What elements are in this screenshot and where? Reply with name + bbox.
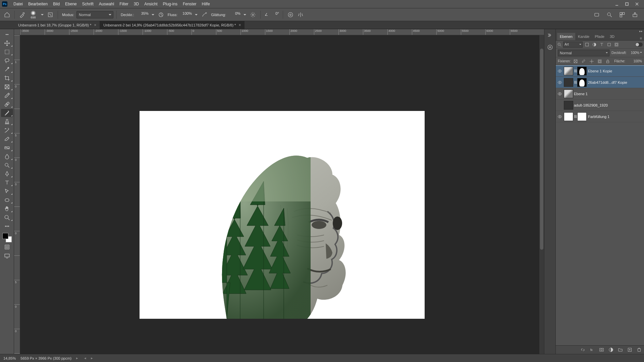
airbrush-toggle[interactable]	[200, 10, 209, 19]
menu-ansicht[interactable]: Ansicht	[142, 0, 160, 8]
lock-position-button[interactable]	[589, 58, 595, 64]
frame-tool[interactable]	[1, 83, 13, 91]
hand-tool[interactable]	[1, 205, 13, 213]
layer-opacity-value[interactable]: 100%	[629, 51, 642, 55]
smoothing-arrow[interactable]	[243, 11, 247, 18]
workspace-switcher[interactable]	[618, 10, 627, 19]
symmetry-toggle[interactable]	[296, 10, 305, 19]
flow-field[interactable]: 100%	[180, 11, 193, 18]
menu-plug-ins[interactable]: Plug-ins	[160, 0, 180, 8]
quickmask-toggle[interactable]	[1, 243, 13, 251]
layer-row[interactable]: Ebene 1	[556, 88, 644, 100]
gradient-tool[interactable]	[1, 144, 13, 152]
fill-value[interactable]: 100%	[629, 59, 642, 63]
flow-arrow[interactable]	[194, 11, 199, 18]
filter-smart-icon[interactable]	[613, 42, 620, 48]
menu-fenster[interactable]: Fenster	[180, 0, 199, 8]
brush-settings-toggle[interactable]	[46, 10, 55, 19]
layer-name[interactable]: Farbfüllung 1	[588, 115, 644, 119]
blend-mode-select[interactable]: Normal	[76, 11, 113, 18]
mask-link-icon[interactable]: ⛓	[574, 80, 577, 84]
lock-pixels-button[interactable]	[581, 58, 587, 64]
filter-adjust-icon[interactable]	[591, 42, 597, 48]
path-select-tool[interactable]	[1, 187, 13, 195]
new-adjustment-button[interactable]	[608, 347, 614, 353]
new-layer-button[interactable]	[627, 347, 633, 353]
panel-menu-button[interactable]: ≡	[638, 36, 644, 40]
delete-layer-button[interactable]	[636, 347, 642, 353]
zoom-level[interactable]: 14,85%	[3, 356, 16, 360]
home-button[interactable]	[3, 10, 11, 19]
layer-visibility-toggle[interactable]	[556, 80, 564, 85]
wand-tool[interactable]	[1, 65, 13, 73]
share-button[interactable]	[631, 10, 639, 19]
layer-thumbnail[interactable]	[564, 112, 573, 121]
layers-list[interactable]: ⛓Ebene 1 Kopie⛓26ab471dd8...df7 KopieEbe…	[556, 65, 644, 345]
layer-thumbnail[interactable]	[564, 89, 573, 98]
panel-tab-3d[interactable]: 3D	[607, 33, 617, 40]
status-info-arrow[interactable]: ▸	[76, 356, 78, 360]
layer-blend-select[interactable]: Normal	[558, 50, 609, 56]
brush-picker-arrow[interactable]	[40, 11, 45, 18]
smoothing-field[interactable]: 0%	[228, 11, 241, 18]
pen-tool[interactable]	[1, 170, 13, 178]
toolbox-grip[interactable]	[1, 31, 13, 39]
close-icon[interactable]: ×	[238, 23, 241, 27]
history-brush-tool[interactable]	[1, 126, 13, 134]
layer-thumbnail[interactable]	[564, 78, 573, 87]
panel-tab-kanäle[interactable]: Kanäle	[575, 33, 592, 40]
opacity-field[interactable]: 35%	[137, 11, 149, 18]
size-pressure-toggle[interactable]	[286, 10, 295, 19]
ruler-origin[interactable]	[14, 29, 20, 35]
document-tab[interactable]: Unbenannt-1 bei 18,7% (Gruppe 1, RGB/8) …	[15, 21, 100, 29]
healing-tool[interactable]	[1, 100, 13, 108]
vertical-scrollbar[interactable]	[539, 35, 544, 354]
brush-tool[interactable]	[1, 109, 13, 117]
screenmode-toggle[interactable]	[1, 252, 13, 260]
close-icon[interactable]: ×	[94, 23, 96, 27]
menu-3d[interactable]: 3D	[131, 0, 142, 8]
stamp-tool[interactable]	[1, 118, 13, 126]
layer-row[interactable]: ⛓Farbfüllung 1	[556, 111, 644, 122]
eyedropper-tool[interactable]	[1, 92, 13, 100]
eraser-tool[interactable]	[1, 135, 13, 143]
vertical-ruler[interactable]: 105000500100015002000	[14, 35, 20, 354]
filter-toggle[interactable]	[635, 43, 643, 47]
angle-field[interactable]: 0°	[270, 11, 280, 18]
document-tab[interactable]: Unbenannt-2 bei 14,9% (26ab471dd8dc52b95…	[100, 21, 245, 29]
lock-transparent-button[interactable]	[573, 58, 579, 64]
foreground-color-swatch[interactable]	[2, 233, 8, 239]
cloud-docs-button[interactable]	[592, 10, 601, 19]
filter-type-icon[interactable]	[599, 42, 605, 48]
panel-tab-pfade[interactable]: Pfade	[592, 33, 607, 40]
scrollbar-thumb[interactable]	[540, 49, 543, 250]
type-tool[interactable]	[1, 179, 13, 187]
status-next-arrow[interactable]: ▸	[91, 356, 93, 360]
move-tool[interactable]	[1, 39, 13, 47]
shape-tool[interactable]	[1, 196, 13, 204]
layer-name[interactable]: Ebene 1 Kopie	[588, 69, 644, 73]
add-mask-button[interactable]	[598, 347, 604, 353]
filter-pixel-icon[interactable]	[584, 42, 590, 48]
color-swatches[interactable]	[2, 233, 12, 242]
menu-schrift[interactable]: Schrift	[79, 0, 96, 8]
menu-auswahl[interactable]: Auswahl	[96, 0, 117, 8]
status-prev-arrow[interactable]: ◂	[84, 356, 86, 360]
search-button[interactable]	[605, 10, 614, 19]
mask-link-icon[interactable]: ⛓	[574, 69, 577, 73]
menu-datei[interactable]: Datei	[11, 0, 25, 8]
mask-link-icon[interactable]: ⛓	[574, 115, 577, 118]
menu-filter[interactable]: Filter	[117, 0, 131, 8]
layer-row[interactable]: adult-1852908_1920	[556, 100, 644, 111]
menu-bild[interactable]: Bild	[50, 0, 62, 8]
layer-row[interactable]: ⛓26ab471dd8...df7 Kopie	[556, 77, 644, 88]
opacity-arrow[interactable]	[151, 11, 155, 18]
menu-bearbeiten[interactable]: Bearbeiten	[25, 0, 50, 8]
layer-mask-thumbnail[interactable]	[577, 78, 587, 87]
new-group-button[interactable]	[617, 347, 623, 353]
menu-ebene[interactable]: Ebene	[62, 0, 79, 8]
layer-visibility-toggle[interactable]	[556, 114, 564, 119]
layer-visibility-toggle[interactable]	[556, 92, 564, 96]
lock-artboard-button[interactable]	[597, 58, 603, 64]
marquee-tool[interactable]	[1, 48, 13, 56]
